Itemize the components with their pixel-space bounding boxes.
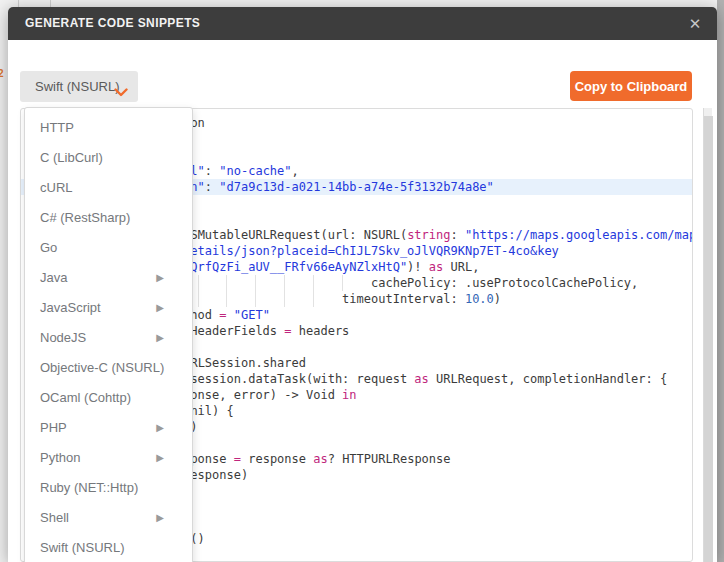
language-selector-value: Swift (NSURL) [35, 71, 120, 102]
close-icon[interactable]: ✕ [680, 7, 710, 40]
backdrop-line [18, 0, 19, 7]
modal-header: GENERATE CODE SNIPPETS ✕ [8, 7, 717, 40]
submenu-arrow-icon: ▶ [156, 323, 164, 353]
scrollbar-track[interactable] [703, 108, 712, 562]
menu-item-label: PHP [40, 420, 67, 435]
menu-item-label: cURL [40, 180, 73, 195]
menu-item-label: NodeJS [40, 330, 86, 345]
menu-item-go[interactable]: Go [25, 233, 192, 263]
menu-item-http[interactable]: HTTP [25, 113, 192, 143]
backdrop-line [50, 0, 51, 7]
scrollbar-thumb[interactable] [704, 116, 713, 562]
menu-item-label: OCaml (Cohttp) [40, 390, 131, 405]
backdrop-badge: 2 [0, 68, 4, 79]
menu-item-label: C (LibCurl) [40, 150, 103, 165]
menu-item-java[interactable]: Java▶ [25, 263, 192, 293]
menu-item-label: Python [40, 450, 80, 465]
backdrop-right-strip [717, 0, 724, 562]
menu-item-c-libcurl[interactable]: C (LibCurl) [25, 143, 192, 173]
menu-item-shell[interactable]: Shell▶ [25, 503, 192, 533]
menu-item-label: HTTP [40, 120, 74, 135]
menu-item-label: Ruby (NET::Http) [40, 480, 138, 495]
menu-item-objective-c-nsurl[interactable]: Objective-C (NSURL) [25, 353, 192, 383]
language-selector-dropdown[interactable]: Swift (NSURL) [20, 71, 138, 102]
chevron-down-icon [114, 83, 128, 92]
menu-item-label: Java [40, 270, 67, 285]
menu-item-nodejs[interactable]: NodeJS▶ [25, 323, 192, 353]
menu-item-label: Swift (NSURL) [40, 540, 125, 555]
modal-title: GENERATE CODE SNIPPETS [25, 7, 200, 40]
submenu-arrow-icon: ▶ [156, 413, 164, 443]
menu-item-label: C# (RestSharp) [40, 210, 130, 225]
copy-to-clipboard-button[interactable]: Copy to Clipboard [570, 71, 692, 101]
menu-item-javascript[interactable]: JavaScript▶ [25, 293, 192, 323]
menu-item-python[interactable]: Python▶ [25, 443, 192, 473]
language-menu: HTTPC (LibCurl)cURLC# (RestSharp)GoJava▶… [24, 107, 193, 562]
menu-item-label: JavaScript [40, 300, 101, 315]
submenu-arrow-icon: ▶ [156, 443, 164, 473]
menu-item-ocaml-cohttp[interactable]: OCaml (Cohttp) [25, 383, 192, 413]
menu-item-label: Go [40, 240, 57, 255]
menu-item-php[interactable]: PHP▶ [25, 413, 192, 443]
menu-item-label: Shell [40, 510, 69, 525]
menu-item-ruby-net-http[interactable]: Ruby (NET::Http) [25, 473, 192, 503]
menu-item-swift-nsurl[interactable]: Swift (NSURL) [25, 533, 192, 562]
submenu-arrow-icon: ▶ [156, 503, 164, 533]
generate-code-snippets-modal: GENERATE CODE SNIPPETS ✕ Swift (NSURL) C… [8, 7, 717, 562]
submenu-arrow-icon: ▶ [156, 293, 164, 323]
menu-item-c-restsharp[interactable]: C# (RestSharp) [25, 203, 192, 233]
menu-item-label: Objective-C (NSURL) [40, 360, 164, 375]
submenu-arrow-icon: ▶ [156, 263, 164, 293]
menu-item-curl[interactable]: cURL [25, 173, 192, 203]
